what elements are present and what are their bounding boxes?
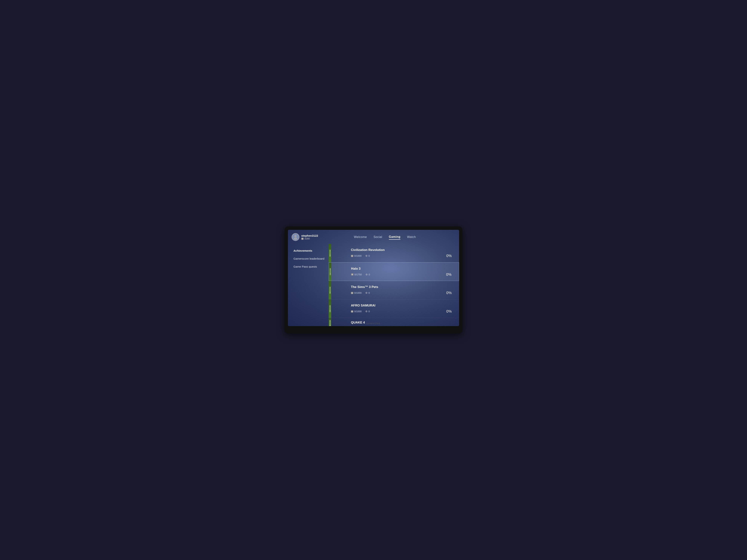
game-info-sims: The Sims™ 3 Pets G 0/1000 ⚙ 0 [347,281,459,299]
svg-point-1 [294,237,297,240]
game-title-civ-rev: Civilization Revolution [351,248,455,252]
trophy-icon-afro: ⚙ [365,310,367,313]
screen-content: stephen3122 G 3280 Welcome Social Gaming… [288,230,459,326]
stat-achievements-civ: ⚙ 0 [365,255,370,257]
nav-tabs: Welcome Social Gaming Watch [318,235,452,240]
g-icon-halo: G [351,273,354,275]
svg-point-0 [294,235,297,237]
sidebar-item-achievements[interactable]: Achievements [293,248,325,253]
g-icon-afro: G [351,310,353,313]
tab-social[interactable]: Social [374,235,382,239]
trophy-icon-halo: ⚙ [365,273,368,276]
trophy-icon-sims: ⚙ [365,292,367,294]
tab-welcome[interactable]: Welcome [354,235,367,239]
tab-watch[interactable]: Watch [407,235,416,239]
avatar [292,233,300,241]
stat-achievements-halo: ⚙ 0 [365,273,370,276]
sidebar-item-quests[interactable]: Game Pass quests [293,264,325,269]
tv-outer: stephen3122 G 3280 Welcome Social Gaming… [285,226,462,334]
xbox360-label-quake: XBOX360 [329,318,331,326]
gamerscore: G 3280 [301,237,318,240]
sidebar: Achievements Gamerscore leaderboard Game… [288,243,329,326]
xbox360-label-halo: XBOX360 [329,263,331,281]
achievements-afro: 0 [368,310,370,313]
game-title-halo3: Halo 3 [351,267,455,271]
xbox360-label: XBOX360 [329,244,331,262]
stat-gamerscore-sims: G 0/1000 [351,292,362,294]
stat-gamerscore-halo: G 0/1750 [351,273,362,276]
game-info-halo3: Halo 3 G 0/1750 ⚙ 0 0% [347,263,459,281]
game-stats-afro: G 0/1000 ⚙ 0 0% [351,309,455,314]
user-details: stephen3122 G 3280 [301,234,318,240]
gamerscore-civ: 0/1000 [354,255,362,257]
trophy-icon-civ: ⚙ [365,255,367,257]
top-nav: stephen3122 G 3280 Welcome Social Gaming… [288,230,459,243]
game-title-sims: The Sims™ 3 Pets [351,285,455,289]
game-info-civ-rev: Civilization Revolution G 0/1000 ⚙ 0 [347,244,459,262]
game-cover-sims: XBOX360 [329,281,347,299]
game-stats-sims: G 0/1000 ⚙ 0 0% [351,291,455,295]
game-cover-afro: XBOX360 [329,299,347,318]
xbox360-label-sims: XBOX360 [329,281,331,299]
game-info-quake: QUAKE 4 [347,318,459,326]
game-item-halo3[interactable]: XBOX360 Halo 3 G 0/1750 ⚙ [329,262,459,281]
user-info: stephen3122 G 3280 [292,233,318,241]
gamerscore-halo: 0/1750 [354,273,362,276]
achievements-civ: 0 [368,255,370,257]
percent-afro: 0% [446,309,455,314]
percent-civ: 0% [446,254,455,258]
g-icon: G [301,238,304,240]
game-title-quake: QUAKE 4 [351,321,455,324]
sidebar-item-leaderboard[interactable]: Gamerscore leaderboard [293,256,325,261]
achievements-sims: 0 [368,292,370,294]
xbox360-label-afro: XBOX360 [329,299,331,318]
game-cover-quake: XBOX360 [329,318,347,326]
percent-halo: 0% [446,272,455,277]
g-icon-sims: G [351,292,353,294]
game-stats-civ-rev: G 0/1000 ⚙ 0 0% [351,254,455,258]
percent-sims: 0% [446,291,455,295]
gamerscore-value: 3280 [304,237,310,240]
tab-gaming[interactable]: Gaming [389,235,401,240]
stat-achievements-afro: ⚙ 0 [365,310,370,313]
game-info-afro: AFRO SAMURAI G 0/1000 ⚙ 0 0% [347,299,459,318]
gamerscore-afro: 0/1000 [354,310,362,313]
game-stats-halo3: G 0/1750 ⚙ 0 0% [351,272,455,277]
achievements-halo: 0 [369,273,370,276]
g-icon-civ: G [351,255,353,257]
main-body: Achievements Gamerscore leaderboard Game… [288,243,459,326]
username: stephen3122 [301,234,318,237]
game-title-afro: AFRO SAMURAI [351,304,455,308]
stat-gamerscore-civ: G 0/1000 [351,255,362,257]
stat-gamerscore-afro: G 0/1000 [351,310,362,313]
game-item-sims[interactable]: XBOX360 The Sims™ 3 Pets G 0/1000 [329,281,459,299]
game-cover-civ-rev: XBOX360 [329,244,347,262]
gamerscore-sims: 0/1000 [354,292,362,294]
game-item-civ-rev[interactable]: XBOX360 Civilization Revolution G 0/1000 [329,244,459,262]
tv-screen: stephen3122 G 3280 Welcome Social Gaming… [288,230,459,326]
game-item-quake[interactable]: XBOX360 QUAKE 4 [329,318,459,326]
game-list: XBOX360 Civilization Revolution G 0/1000 [329,243,459,326]
stat-achievements-sims: ⚙ 0 [365,292,370,294]
game-cover-halo3: XBOX360 [329,263,347,281]
game-item-afro[interactable]: XBOX360 AFRO SAMURAI G 0/1000 [329,299,459,318]
